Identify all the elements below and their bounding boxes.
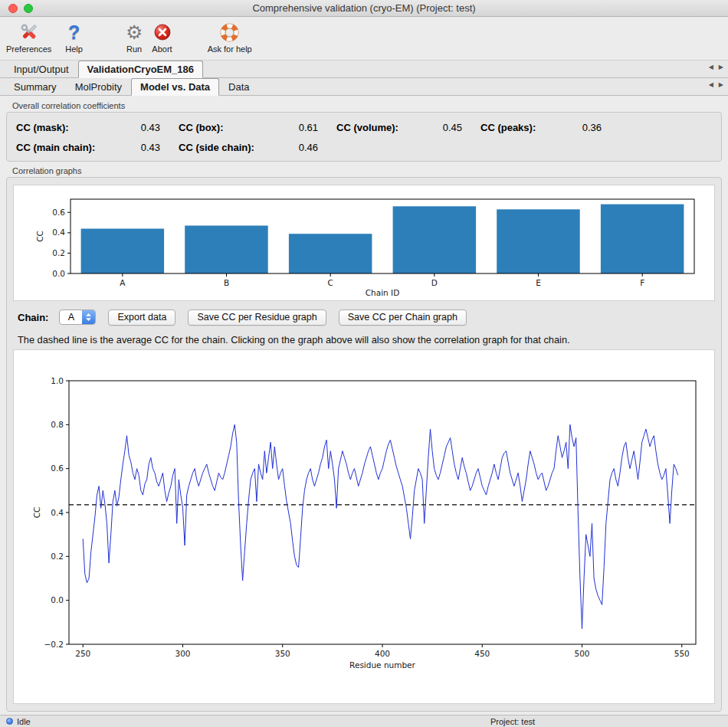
chevron-updown-icon [82,310,95,324]
toolbar-label: Abort [152,44,172,54]
svg-text:Chain ID: Chain ID [366,288,400,297]
lifebuoy-icon [220,21,239,44]
dashed-line-note: The dashed line is the average CC for th… [18,334,715,346]
tab-validationcryoem-186[interactable]: ValidationCryoEM_186 [78,61,203,78]
status-bar: Idle Project: test [0,715,728,727]
svg-text:1.0: 1.0 [51,376,64,385]
tab-summary[interactable]: Summary [5,78,66,95]
svg-text:450: 450 [474,649,490,658]
abort-button[interactable]: Abort [152,21,172,54]
svg-text:350: 350 [275,649,290,658]
project-label: Project: test [490,717,535,726]
svg-text:0.4: 0.4 [52,228,65,237]
titlebar: Comprehensive validation (cryo-EM) (Proj… [0,0,728,17]
svg-text:A: A [120,278,126,287]
run-button[interactable]: ⚙ Run [126,21,143,54]
cc-volume-label: CC (volume): [336,122,408,133]
main-content: Overall correlation coefficients CC (mas… [0,96,728,715]
cc-box-label: CC (box): [179,122,261,133]
toolbar-label: Run [126,44,142,54]
cc-main-chain-label: CC (main chain): [16,142,107,153]
svg-text:CC: CC [32,507,41,519]
correlation-graphs-section: Correlation graphs 0.00.20.40.6ABCDEFCha… [6,165,722,712]
svg-text:0.4: 0.4 [51,508,64,517]
preferences-button[interactable]: Preferences [6,21,51,54]
tab-molprobity[interactable]: MolProbity [66,78,131,95]
svg-text:D: D [431,278,438,287]
svg-text:0.0: 0.0 [52,269,65,278]
sub-tab-bar: Summary MolProbity Model vs. Data Data ◀… [0,78,728,96]
tab-scroll-left-icon[interactable]: ◀ [709,81,713,88]
svg-text:0.6: 0.6 [51,463,64,473]
cc-mask-label: CC (mask): [16,122,107,133]
help-button[interactable]: ? Help [65,21,83,54]
svg-text:300: 300 [175,649,190,658]
export-data-button[interactable]: Export data [108,309,175,326]
toolbar: Preferences ? Help ⚙ Run [0,17,728,61]
cc-side-chain-label: CC (side chain): [179,142,261,153]
svg-text:Residue number: Residue number [349,660,415,670]
app-window: Comprehensive validation (cryo-EM) (Proj… [0,0,728,727]
chain-label: Chain: [18,312,48,323]
svg-text:CC: CC [35,231,44,242]
window-title: Comprehensive validation (cryo-EM) (Proj… [252,2,475,14]
cc-box-value: 0.61 [280,122,318,133]
ask-for-help-button[interactable]: Ask for help [208,21,252,54]
svg-text:0.0: 0.0 [51,595,64,604]
cc-side-chain-value: 0.46 [280,142,318,153]
tab-input-output[interactable]: Input/Output [5,61,78,77]
gear-icon: ⚙ [126,21,143,44]
cc-peaks-label: CC (peaks): [480,122,545,133]
toolbar-label: Help [65,44,83,54]
svg-text:B: B [224,278,229,287]
status-indicator-icon [6,718,13,725]
tab-data[interactable]: Data [219,78,258,95]
tab-scroll-right-icon[interactable]: ▶ [719,81,723,88]
tab-model-vs-data[interactable]: Model vs. Data [131,78,219,96]
svg-text:0.8: 0.8 [51,420,64,429]
top-tab-bar: Input/Output ValidationCryoEM_186 ◀ ▶ [0,61,728,78]
svg-text:400: 400 [375,649,390,658]
question-mark-icon: ? [68,21,80,44]
close-button[interactable] [8,4,18,13]
svg-text:F: F [640,278,644,287]
tab-scroll-left-icon[interactable]: ◀ [709,64,713,70]
cc-per-residue-chart: −0.20.00.20.40.60.81.0250300350400450500… [13,349,715,704]
cc-mask-value: 0.43 [125,122,160,133]
cc-values-grid: CC (mask): 0.43 CC (box): 0.61 CC (volum… [16,122,712,153]
svg-text:250: 250 [75,649,90,658]
svg-text:−0.2: −0.2 [44,640,64,649]
tab-scroll-right-icon[interactable]: ▶ [719,64,723,70]
status-text: Idle [17,717,31,726]
svg-text:0.2: 0.2 [51,552,64,561]
cc-per-chain-chart[interactable]: 0.00.20.40.6ABCDEFChain IDCC [13,185,715,301]
svg-text:0.2: 0.2 [52,248,65,257]
chain-select[interactable]: A [59,309,96,325]
overall-cc-section: Overall correlation coefficients CC (mas… [6,100,722,162]
toolbar-label: Preferences [6,44,51,54]
chain-controls: Chain: A Export data Save CC per Residue… [18,309,715,326]
section-title: Correlation graphs [12,166,722,175]
section-title: Overall correlation coefficients [12,101,722,110]
tools-icon [18,21,41,44]
cc-main-chain-value: 0.43 [125,142,160,153]
toolbar-label: Ask for help [208,44,252,54]
save-cc-per-chain-button[interactable]: Save CC per Chain graph [339,309,467,326]
traffic-lights [8,4,33,13]
save-cc-per-residue-button[interactable]: Save CC per Residue graph [188,309,326,326]
svg-text:0.6: 0.6 [52,208,65,217]
svg-text:550: 550 [674,649,690,658]
svg-text:E: E [536,278,541,287]
svg-text:500: 500 [574,649,589,658]
zoom-button[interactable] [24,4,33,13]
cc-volume-value: 0.45 [427,122,462,133]
abort-x-icon [154,21,171,44]
cc-peaks-value: 0.36 [563,122,602,133]
chain-select-value: A [60,310,82,324]
svg-text:C: C [327,278,333,287]
